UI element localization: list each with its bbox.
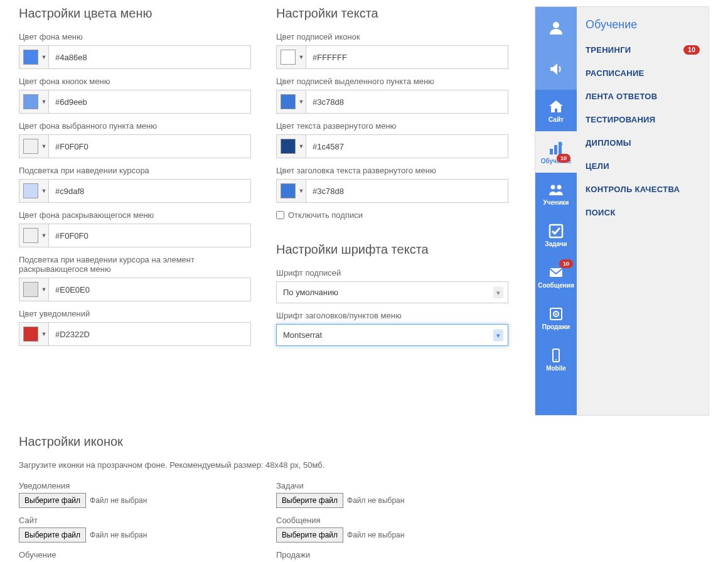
preview-title: Обучение bbox=[586, 18, 700, 31]
font-select[interactable]: Montserrat bbox=[276, 324, 508, 346]
color-swatch-picker[interactable]: ▼ bbox=[276, 45, 306, 69]
preview-icon-phone[interactable]: Mobile bbox=[535, 338, 577, 380]
chevron-down-icon: ▼ bbox=[297, 46, 306, 68]
color-input[interactable] bbox=[49, 179, 251, 203]
preview-menu-item[interactable]: КОНТРОЛЬ КАЧЕСТВА bbox=[586, 185, 700, 194]
color-swatch bbox=[23, 228, 38, 243]
chevron-down-icon: ▼ bbox=[40, 46, 48, 68]
color-swatch-picker[interactable]: ▼ bbox=[19, 134, 49, 158]
phone-icon bbox=[548, 347, 564, 364]
color-swatch bbox=[281, 50, 296, 65]
choose-file-button[interactable]: Выберите файл bbox=[276, 527, 343, 543]
preview-menu-item[interactable]: ТРЕНИНГИ10 bbox=[586, 45, 700, 55]
user-icon bbox=[548, 19, 564, 36]
preview-icon-label: Ученики bbox=[543, 199, 569, 206]
color-input[interactable] bbox=[49, 90, 251, 114]
color-swatch-picker[interactable]: ▼ bbox=[276, 134, 306, 158]
color-swatch-picker[interactable]: ▼ bbox=[276, 179, 306, 203]
color-label: Цвет фона выбранного пункта меню bbox=[19, 121, 251, 131]
color-input[interactable] bbox=[49, 322, 251, 346]
section-font: Настройки шрифта текста bbox=[276, 242, 508, 257]
preview-icon-chart[interactable]: Обучение10 bbox=[535, 131, 577, 173]
color-swatch-picker[interactable]: ▼ bbox=[276, 90, 306, 114]
choose-file-button[interactable]: Выберите файл bbox=[19, 527, 86, 543]
svg-rect-1 bbox=[550, 149, 553, 154]
preview-menu-item[interactable]: РАСПИСАНИЕ bbox=[586, 68, 700, 78]
color-input[interactable] bbox=[306, 134, 508, 158]
color-swatch bbox=[23, 327, 38, 342]
color-label: Подсветка при наведении курсора на элеме… bbox=[19, 255, 251, 274]
color-swatch bbox=[281, 94, 296, 109]
font-label: Шрифт подписей bbox=[276, 268, 508, 278]
disable-labels-checkbox[interactable] bbox=[276, 211, 284, 219]
chevron-down-icon: ▼ bbox=[297, 135, 306, 158]
color-swatch-picker[interactable]: ▼ bbox=[19, 179, 49, 203]
preview-icon-speaker[interactable] bbox=[535, 48, 577, 90]
choose-file-button[interactable]: Выберите файл bbox=[276, 493, 343, 508]
section-menu-color: Настройки цвета меню bbox=[19, 6, 251, 21]
color-label: Цвет подписей иконок bbox=[276, 32, 508, 41]
chevron-down-icon: ▼ bbox=[40, 180, 48, 202]
color-input[interactable] bbox=[49, 278, 251, 301]
svg-point-12 bbox=[555, 359, 557, 360]
color-swatch-picker[interactable]: ▼ bbox=[19, 45, 49, 69]
badge: 10 bbox=[557, 154, 570, 163]
chevron-down-icon: ▼ bbox=[297, 180, 306, 202]
upload-label: Задачи bbox=[276, 481, 508, 490]
color-input[interactable] bbox=[49, 134, 251, 158]
preview-icon-label: Сайт bbox=[549, 116, 564, 123]
preview-icon-home[interactable]: Сайт bbox=[535, 90, 577, 131]
color-label: Цвет уведомлений bbox=[19, 309, 251, 318]
upload-label: Обучение bbox=[19, 550, 251, 559]
upload-label: Сайт bbox=[19, 516, 251, 525]
preview-icon-safe[interactable]: Продажи bbox=[535, 297, 577, 338]
check-icon bbox=[548, 223, 564, 239]
color-label: Цвет фона кнопок меню bbox=[19, 77, 251, 86]
upload-label: Продажи bbox=[276, 550, 508, 559]
preview-menu-item[interactable]: ТЕСТИРОВАНИЯ bbox=[586, 115, 700, 124]
color-swatch-picker[interactable]: ▼ bbox=[19, 224, 49, 247]
chevron-down-icon: ▼ bbox=[40, 135, 48, 158]
preview-menu-item[interactable]: ПОИСК bbox=[586, 208, 700, 217]
file-status: Файл не выбран bbox=[90, 531, 147, 539]
chevron-down-icon: ▼ bbox=[40, 323, 48, 345]
color-swatch bbox=[23, 183, 38, 198]
menu-badge: 10 bbox=[683, 45, 700, 55]
color-swatch-picker[interactable]: ▼ bbox=[19, 90, 49, 114]
color-label: Цвет текста развернутого меню bbox=[276, 121, 508, 131]
svg-rect-7 bbox=[550, 268, 562, 277]
chevron-down-icon: ▼ bbox=[297, 90, 306, 113]
color-swatch-picker[interactable]: ▼ bbox=[19, 322, 49, 346]
color-input[interactable] bbox=[49, 45, 251, 69]
preview-icon-label: Сообщения bbox=[538, 282, 574, 289]
color-swatch bbox=[281, 139, 296, 154]
home-icon bbox=[548, 99, 564, 115]
file-status: Файл не выбран bbox=[347, 496, 404, 505]
color-swatch bbox=[281, 183, 296, 198]
preview-icon-label: Задачи bbox=[545, 240, 567, 247]
color-swatch bbox=[23, 139, 38, 154]
preview-icon-check[interactable]: Задачи bbox=[535, 214, 577, 256]
preview-menu-item[interactable]: ДИПЛОМЫ bbox=[586, 138, 700, 148]
preview-menu-item[interactable]: ЛЕНТА ОТВЕТОВ bbox=[586, 92, 700, 101]
safe-icon bbox=[548, 306, 564, 322]
preview-icon-people[interactable]: Ученики bbox=[535, 173, 577, 214]
color-swatch bbox=[23, 94, 38, 109]
color-swatch bbox=[23, 282, 38, 297]
chevron-down-icon: ▼ bbox=[40, 90, 48, 113]
preview-icon-label: Продажи bbox=[542, 323, 570, 330]
font-select[interactable]: По умолчанию bbox=[276, 281, 508, 303]
color-input[interactable] bbox=[306, 45, 508, 69]
font-label: Шрифт заголовков/пунктов меню bbox=[276, 311, 508, 320]
choose-file-button[interactable]: Выберите файл bbox=[19, 493, 86, 508]
color-label: Цвет фона меню bbox=[19, 32, 251, 41]
preview-icon-mail[interactable]: Сообщения10 bbox=[535, 256, 577, 297]
svg-point-0 bbox=[553, 22, 559, 28]
color-input[interactable] bbox=[306, 179, 508, 203]
preview-icon-user[interactable] bbox=[535, 7, 577, 48]
color-input[interactable] bbox=[49, 224, 251, 247]
preview-menu-item[interactable]: ЦЕЛИ bbox=[586, 161, 700, 171]
color-input[interactable] bbox=[306, 90, 508, 114]
color-swatch-picker[interactable]: ▼ bbox=[19, 278, 49, 301]
icons-description: Загрузите иконки на прозрачном фоне. Рек… bbox=[19, 460, 709, 470]
